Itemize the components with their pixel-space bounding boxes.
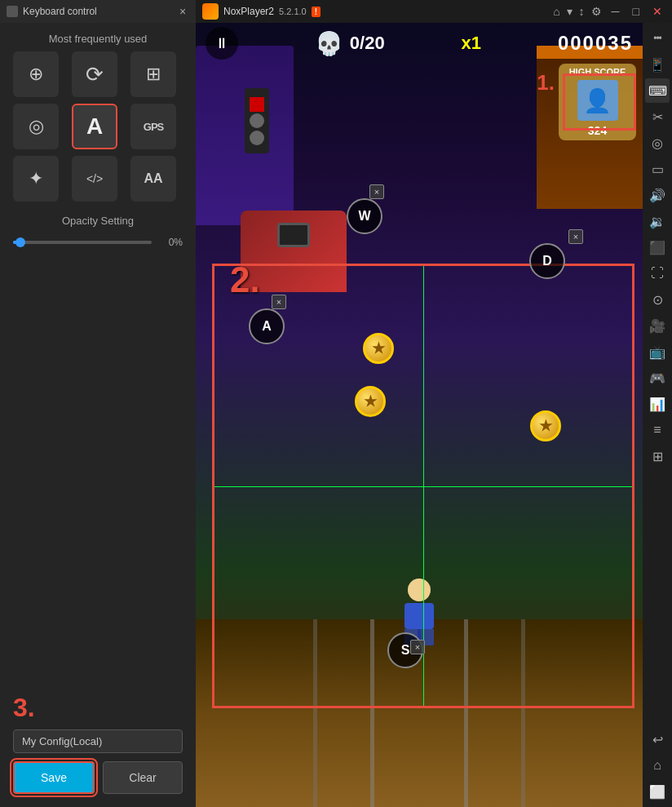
key-a-close-icon: × (276, 297, 281, 307)
opacity-row: 0% (13, 237, 183, 248)
gps-symbol: GPS (144, 121, 163, 133)
icon-aim[interactable]: ◎ (13, 104, 59, 149)
volume-down-button[interactable]: 🔉 (645, 209, 670, 233)
phone-button[interactable]: 📱 (645, 52, 670, 77)
home-button[interactable]: ⌂ (645, 753, 670, 778)
keyboard-control-button[interactable]: ⌨ (645, 78, 670, 103)
tv-button[interactable]: 📺 (645, 339, 670, 364)
keyboard-icon (7, 6, 18, 17)
home-nav-icon[interactable]: ⌂ (553, 5, 559, 18)
panel-bottom: 3. My Config(Local) Config 1 Config 2 Sa… (0, 683, 196, 807)
keyboard-control-titlebar: Keyboard control × (0, 0, 196, 23)
skull-icon: 💀 (315, 30, 343, 57)
high-score-value: 324 (565, 124, 630, 137)
titlebar-close-button[interactable]: × (176, 5, 189, 18)
maximize-button[interactable]: □ (630, 5, 643, 18)
titlebar-title: Keyboard control (23, 6, 97, 17)
back-button[interactable]: ↩ (645, 727, 670, 752)
location-button[interactable]: ◎ (645, 131, 670, 155)
key-s-close-button[interactable]: × (410, 640, 425, 654)
pause-button[interactable]: ⏸ (206, 27, 238, 60)
more-button[interactable]: ••• (645, 26, 670, 51)
icon-keyboard-a[interactable]: A (72, 104, 117, 149)
traffic-light-yellow (250, 113, 264, 128)
minimize-button[interactable]: ─ (608, 5, 623, 18)
step-3-label: 3. (13, 693, 183, 723)
left-panel: Most frequently used ⊕ ⟳ ⊞ ◎ A GPS ✦ </>… (0, 23, 196, 807)
nox-logo-image (202, 3, 219, 20)
chart-button[interactable]: 📊 (645, 392, 670, 416)
screen-capture-button[interactable]: ⬛ (645, 235, 670, 259)
key-a-button[interactable]: A (249, 308, 285, 344)
arrows-icon[interactable]: ↕ (579, 5, 585, 18)
menu-button[interactable]: ≡ (645, 418, 670, 442)
game-background: ⏸ 💀 0/20 x1 000035 HIGH SCORE 👤 324 1. 2… (196, 23, 643, 807)
record-button[interactable]: ⊙ (645, 287, 670, 312)
opacity-slider-handle[interactable] (15, 237, 25, 247)
skull-section: 💀 0/20 (315, 30, 385, 57)
coin-3: ★ (530, 410, 561, 441)
fullscreen-button[interactable]: ⛶ (645, 261, 670, 286)
panel-spacer (0, 255, 196, 683)
gamepad-button[interactable]: 🎮 (645, 366, 670, 390)
action-buttons: Save Clear (13, 761, 183, 794)
rail-far-right (521, 619, 525, 807)
nox-version: 5.2.1.0 (279, 7, 307, 16)
icon-crosshair[interactable]: ⊞ (130, 51, 176, 97)
scissors-button[interactable]: ✂ (645, 104, 670, 129)
opacity-section: Opacity Setting 0% (0, 202, 196, 255)
high-score-label: HIGH SCORE (565, 67, 630, 77)
step-2-badge: 2. (230, 259, 260, 300)
icon-sync[interactable]: ⟳ (72, 51, 117, 97)
icon-text[interactable]: AA (130, 156, 176, 202)
icon-dpad[interactable]: ⊕ (13, 51, 59, 97)
clear-button[interactable]: Clear (103, 761, 183, 794)
traffic-light (245, 88, 269, 153)
nox-warning-badge: ! (312, 7, 321, 17)
score-display: 000035 (558, 32, 633, 55)
side-toolbar: ••• 📱 ⌨ ✂ ◎ ▭ 🔊 🔉 ⬛ ⛶ ⊙ 🎥 📺 🎮 📊 ≡ ⊞ ↩ ⌂ … (643, 23, 672, 807)
train-window (277, 223, 310, 247)
crosshair-symbol: ⊞ (146, 64, 161, 85)
display-button[interactable]: ▭ (645, 157, 670, 181)
nox-logo: NoxPlayer2 5.2.1.0 ! (202, 3, 321, 20)
panel-section-title: Most frequently used (0, 23, 196, 51)
save-button[interactable]: Save (13, 761, 95, 794)
key-a-close-button[interactable]: × (272, 295, 286, 309)
key-w-close-icon: × (374, 187, 379, 197)
char-head (408, 579, 431, 601)
coin-2: ★ (355, 386, 386, 417)
opacity-slider[interactable] (13, 241, 152, 244)
coin-1: ★ (363, 333, 394, 364)
key-s-label: S (401, 643, 410, 658)
key-d-button[interactable]: D (529, 243, 565, 279)
settings-icon[interactable]: ⚙ (591, 5, 602, 18)
config-select[interactable]: My Config(Local) Config 1 Config 2 (13, 729, 183, 753)
code-symbol: </> (86, 172, 103, 185)
key-d-close-button[interactable]: × (568, 229, 583, 244)
icon-grid: ⊕ ⟳ ⊞ ◎ A GPS ✦ </> AA (0, 51, 196, 202)
nox-close-button[interactable]: ✕ (649, 5, 665, 18)
key-d-label: D (542, 254, 552, 268)
icon-code[interactable]: </> (72, 156, 117, 202)
icon-star[interactable]: ✦ (13, 156, 59, 202)
key-a-label: A (262, 319, 272, 334)
chevron-down-icon[interactable]: ▾ (567, 5, 573, 18)
volume-up-button[interactable]: 🔊 (645, 183, 670, 207)
icon-gps[interactable]: GPS (130, 104, 176, 149)
grid-button[interactable]: ⊞ (645, 444, 670, 468)
high-score-panel: HIGH SCORE 👤 324 (559, 64, 636, 140)
camera-button[interactable]: 🎥 (645, 313, 670, 338)
aim-symbol: ◎ (29, 116, 44, 137)
rail-right (464, 619, 468, 807)
key-w-button[interactable]: W (347, 198, 382, 234)
nox-topbar: NoxPlayer2 5.2.1.0 ! ⌂ ▾ ↕ ⚙ ─ □ ✕ (196, 0, 672, 23)
recent-apps-button[interactable]: ⬜ (645, 779, 670, 804)
traffic-light-red (250, 97, 264, 112)
key-w-close-button[interactable]: × (369, 184, 384, 199)
sync-symbol: ⟳ (86, 62, 104, 87)
pause-icon: ⏸ (214, 35, 229, 52)
key-w-label: W (358, 209, 370, 224)
key-s-close-icon: × (415, 642, 420, 652)
game-area: ⏸ 💀 0/20 x1 000035 HIGH SCORE 👤 324 1. 2… (196, 23, 643, 807)
